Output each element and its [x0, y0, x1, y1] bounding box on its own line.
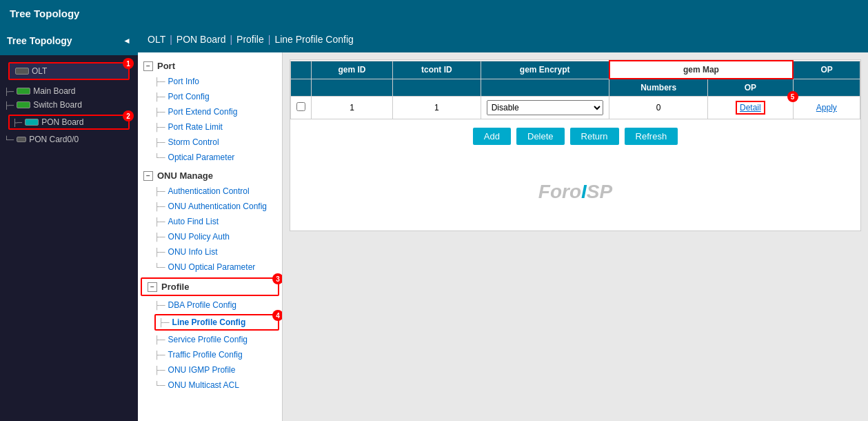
menu-onu-info-list[interactable]: ├─ ONU Info List: [138, 244, 282, 260]
nav-olt[interactable]: OLT: [148, 34, 165, 45]
profile-badge: 3: [272, 273, 283, 284]
menu-onu-multicast-acl[interactable]: └─ ONU Multicast ACL: [138, 378, 282, 393]
watermark: ForoISP: [290, 153, 860, 231]
menu-onu-policy-auth[interactable]: ├─ ONU Policy Auth: [138, 229, 282, 244]
main-layout: Tree Topology ◄ OLT 1 ├─ Main Board ├─ S…: [0, 26, 868, 421]
th-gem-id2: [312, 79, 393, 97]
th-gem-id: gem ID: [312, 61, 393, 79]
profile-section-header[interactable]: − Profile 3: [141, 277, 279, 296]
profile-expand-icon[interactable]: −: [148, 282, 157, 292]
delete-button[interactable]: Delete: [516, 128, 565, 145]
pon-board-icon: [25, 119, 39, 126]
refresh-button[interactable]: Refresh: [625, 128, 678, 145]
th-op: OP: [793, 61, 860, 79]
line-profile-badge: 4: [272, 310, 283, 321]
app-title: Tree Topology: [10, 8, 79, 19]
pon-board-badge: 2: [123, 110, 134, 121]
th-tcont-id2: [393, 79, 481, 97]
add-button[interactable]: Add: [473, 128, 511, 145]
cell-detail[interactable]: Detail 5: [708, 97, 794, 119]
watermark-suffix: SP: [587, 181, 612, 203]
onu-manage-header[interactable]: − ONU Manage: [138, 168, 282, 184]
menu-storm-control[interactable]: ├─ Storm Control: [138, 135, 282, 150]
port-expand-icon[interactable]: −: [143, 61, 153, 71]
watermark-highlight: I: [581, 181, 587, 203]
menu-auto-find-list[interactable]: ├─ Auto Find List: [138, 214, 282, 229]
pon-card-node[interactable]: └─ PON Card0/0: [0, 133, 138, 146]
cell-gem-id: 1: [312, 97, 393, 119]
line-profile-box: ├─ Line Profile Config 4: [154, 314, 279, 331]
profile-section: − Profile 3 ├─ DBA Profile Config ├─ Lin…: [138, 277, 282, 393]
olt-node[interactable]: OLT 1: [8, 62, 130, 80]
th-numbers: Numbers: [609, 79, 708, 97]
pon-card-label: PON Card0/0: [29, 135, 79, 144]
menu-port-info[interactable]: ├─ Port Info: [138, 74, 282, 89]
cell-apply[interactable]: Apply: [793, 97, 860, 119]
th-checkbox: [291, 61, 312, 79]
table-container: gem ID tcont ID gem Encrypt gem Map OP: [290, 59, 861, 231]
menu-onu-optical-param[interactable]: └─ ONU Optical Parameter: [138, 260, 282, 275]
menu-onu-auth-config[interactable]: ├─ ONU Authentication Config: [138, 199, 282, 214]
main-board-node[interactable]: ├─ Main Board: [0, 84, 138, 98]
nav-pon-board[interactable]: PON Board: [176, 34, 226, 45]
nav-bar: OLT | PON Board | Profile | Line Profile…: [138, 26, 868, 52]
menu-auth-control[interactable]: ├─ Authentication Control: [138, 184, 282, 199]
cell-gem-encrypt[interactable]: Disable Enable: [481, 97, 609, 119]
menu-dba-profile[interactable]: ├─ DBA Profile Config: [138, 297, 282, 313]
olt-label: OLT: [32, 66, 47, 76]
nav-line-profile[interactable]: Line Profile Config: [274, 34, 353, 45]
cell-tcont-id: 1: [393, 97, 481, 119]
detail-link[interactable]: Detail: [736, 101, 765, 115]
sidebar-header: Tree Topology ◄: [0, 26, 138, 55]
menu-port-config[interactable]: ├─ Port Config: [138, 89, 282, 104]
gem-encrypt-select[interactable]: Disable Enable: [487, 100, 604, 115]
th-op-header: OP: [708, 79, 794, 97]
olt-icon: [15, 68, 29, 75]
watermark-prefix: Foro: [538, 181, 581, 203]
onu-manage-section: − ONU Manage ├─ Authentication Control ├…: [138, 168, 282, 275]
menu-onu-igmp-profile[interactable]: ├─ ONU IGMP Profile: [138, 362, 282, 378]
cell-numbers: 0: [609, 97, 708, 119]
data-table: gem ID tcont ID gem Encrypt gem Map OP: [290, 60, 860, 119]
sidebar: Tree Topology ◄ OLT 1 ├─ Main Board ├─ S…: [0, 26, 138, 421]
th-gem-map: gem Map: [609, 61, 793, 79]
switch-board-label: Switch Board: [33, 100, 82, 110]
olt-badge: 1: [123, 58, 134, 69]
th-check2: [291, 79, 312, 97]
th-gem-encrypt2: [481, 79, 609, 97]
menu-port-rate-limit[interactable]: ├─ Port Rate Limit: [138, 119, 282, 135]
port-section-header[interactable]: − Port: [138, 58, 282, 74]
sidebar-title-label: Tree Topology: [7, 35, 72, 46]
menu-line-profile[interactable]: ├─ Line Profile Config: [156, 315, 278, 329]
content-area: OLT | PON Board | Profile | Line Profile…: [138, 26, 868, 421]
menu-port-extend-config[interactable]: ├─ Port Extend Config: [138, 104, 282, 119]
onu-manage-expand-icon[interactable]: −: [143, 171, 153, 181]
row-checkbox-cell[interactable]: [291, 97, 312, 119]
action-buttons: Add Delete Return Refresh: [290, 119, 860, 153]
detail-badge: 5: [787, 91, 798, 102]
profile-label: Profile: [161, 282, 189, 292]
sidebar-toggle-icon[interactable]: ◄: [123, 36, 131, 46]
th-op2: [793, 79, 860, 97]
pon-board-node[interactable]: ├─ PON Board 2: [8, 115, 130, 130]
pon-board-label: PON Board: [41, 117, 83, 127]
row-checkbox[interactable]: [296, 102, 305, 111]
pon-card-icon: [17, 137, 26, 142]
menu-service-profile[interactable]: ├─ Service Profile Config: [138, 332, 282, 347]
return-button[interactable]: Return: [570, 128, 619, 145]
port-label: Port: [157, 61, 175, 71]
main-board-label: Main Board: [33, 86, 75, 96]
table-area: gem ID tcont ID gem Encrypt gem Map OP: [283, 52, 868, 421]
main-board-icon: [17, 88, 30, 95]
switch-board-node[interactable]: ├─ Switch Board: [0, 98, 138, 112]
onu-manage-label: ONU Manage: [157, 170, 213, 181]
nav-profile[interactable]: Profile: [236, 34, 264, 45]
apply-link[interactable]: Apply: [816, 103, 837, 112]
middle-area: − Port ├─ Port Info ├─ Port Config ├─ Po…: [138, 52, 868, 421]
app-header: Tree Topology: [0, 0, 868, 26]
switch-board-icon: [17, 101, 30, 108]
th-gem-encrypt: gem Encrypt: [481, 61, 609, 79]
menu-optical-parameter[interactable]: └─ Optical Parameter: [138, 150, 282, 165]
menu-traffic-profile[interactable]: ├─ Traffic Profile Config: [138, 347, 282, 362]
port-section: − Port ├─ Port Info ├─ Port Config ├─ Po…: [138, 58, 282, 165]
